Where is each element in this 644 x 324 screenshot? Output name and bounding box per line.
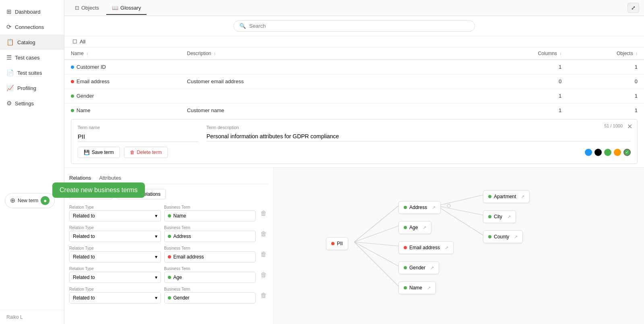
graph-node-age[interactable]: Age ↗ bbox=[398, 221, 431, 234]
node-link-icon[interactable]: ↗ bbox=[432, 205, 436, 210]
color-dot-orange[interactable] bbox=[614, 149, 621, 156]
testcases-icon: ☰ bbox=[6, 54, 12, 61]
relation-row: Relation Type Related to ▾ Business Term… bbox=[69, 267, 268, 283]
save-term-button[interactable]: 💾 Save term bbox=[78, 147, 120, 158]
term-desc-input[interactable] bbox=[206, 131, 631, 141]
delete-relation-button-2[interactable]: 🗑 bbox=[259, 249, 268, 260]
node-link-icon[interactable]: ↗ bbox=[423, 225, 426, 230]
delete-relation-button-0[interactable]: 🗑 bbox=[259, 208, 268, 219]
search-input[interactable] bbox=[249, 23, 469, 29]
relation-row: Relation Type Related to ▾ Business Term… bbox=[69, 287, 268, 303]
relation-term-value-0: Name bbox=[164, 210, 256, 221]
svg-line-1 bbox=[354, 226, 398, 242]
node-link-icon[interactable]: ↗ bbox=[521, 194, 524, 199]
relation-term-value-3: Age bbox=[164, 272, 256, 283]
new-term-button[interactable]: ⊕ New term ● bbox=[5, 193, 55, 208]
objects-tab-icon: ⊡ bbox=[75, 5, 79, 11]
relation-type-select-0[interactable]: Related to ▾ bbox=[69, 210, 161, 221]
relation-rows: Relation Type Related to ▾ Business Term… bbox=[69, 205, 268, 303]
relation-row: Relation Type Related to ▾ Business Term… bbox=[69, 226, 268, 242]
all-filter[interactable]: ☐ All bbox=[64, 36, 644, 47]
sidebar-item-catalog[interactable]: 📋 Catalog bbox=[0, 35, 64, 50]
tab-glossary[interactable]: 📖 Glossary bbox=[106, 2, 147, 15]
relation-type-select-3[interactable]: Related to ▾ bbox=[69, 272, 161, 283]
relation-type-field: Relation Type Related to ▾ bbox=[69, 226, 161, 242]
relation-term-field: Business Term Email address bbox=[164, 246, 256, 262]
graph-node-address[interactable]: Address ↗ bbox=[398, 201, 441, 214]
save-relations-button[interactable]: 💾 Save relations bbox=[117, 189, 166, 199]
delete-relation-button-3[interactable]: 🗑 bbox=[259, 270, 268, 280]
graph-node-pii[interactable]: PII bbox=[326, 237, 348, 250]
glossary-table: Name ↕ Description ↕ Columns ↕ Objects ↕… bbox=[64, 47, 644, 116]
relation-type-select-4[interactable]: Related to ▾ bbox=[69, 292, 161, 303]
col-objects: Objects ↕ bbox=[568, 47, 644, 60]
relation-term-value-4: Gender bbox=[164, 292, 256, 303]
relation-term-value-2: Email address bbox=[164, 251, 256, 262]
graph-node-name[interactable]: Name ↗ bbox=[398, 281, 436, 294]
relations-left: Relations Attributes ⊕ New relation 💾 Sa… bbox=[64, 168, 274, 324]
row-name: Email address bbox=[64, 74, 181, 89]
graph-node-gender[interactable]: Gender ↗ bbox=[398, 261, 439, 274]
tab-objects[interactable]: ⊡ Objects bbox=[69, 2, 105, 15]
delete-term-button[interactable]: 🗑 Delete term bbox=[124, 147, 168, 158]
graph-node-county[interactable]: County ↗ bbox=[483, 230, 523, 243]
tab-attributes[interactable]: Attributes bbox=[99, 172, 121, 184]
node-link-icon[interactable]: ↗ bbox=[514, 234, 518, 240]
term-desc-field: Term description bbox=[206, 125, 631, 142]
edit-fields: Term name Term description bbox=[78, 125, 631, 142]
relation-type-select-1[interactable]: Related to ▾ bbox=[69, 231, 161, 242]
dashboard-icon: ⊞ bbox=[6, 8, 12, 15]
relation-term-field: Business Term Age bbox=[164, 267, 256, 283]
graph-area: PII Address ↗ Age ↗ Email address ↗ Gend… bbox=[274, 168, 644, 324]
delete-relation-button-1[interactable]: 🗑 bbox=[259, 229, 268, 239]
row-objects: 0 bbox=[568, 74, 644, 89]
sidebar-item-testcases[interactable]: ☰ Test cases bbox=[0, 50, 64, 65]
connections-icon: ⟳ bbox=[6, 23, 12, 31]
sidebar-item-connections[interactable]: ⟳ Connections bbox=[0, 19, 64, 35]
char-counter: 51 / 1000 bbox=[604, 123, 623, 128]
table-row[interactable]: Email address Customer email address 0 0 bbox=[64, 74, 644, 89]
color-dot-green[interactable] bbox=[604, 149, 611, 156]
row-objects: 1 bbox=[568, 103, 644, 116]
sidebar-item-profiling[interactable]: 📈 Profiling bbox=[0, 80, 64, 96]
close-edit-button[interactable]: ✕ bbox=[627, 123, 632, 130]
color-dot-green-selected[interactable]: ✓ bbox=[623, 149, 631, 156]
table-row[interactable]: Gender 1 1 bbox=[64, 89, 644, 103]
col-name: Name ↕ bbox=[64, 47, 181, 60]
sidebar-item-testsuites[interactable]: 📄 Test suites bbox=[0, 65, 64, 80]
col-description: Description ↕ bbox=[181, 47, 486, 60]
data-table: Name ↕ Description ↕ Columns ↕ Objects ↕… bbox=[64, 47, 644, 116]
save-icon: 💾 bbox=[84, 150, 90, 155]
relation-row: Relation Type Related to ▾ Business Term… bbox=[69, 205, 268, 221]
node-link-icon[interactable]: ↗ bbox=[427, 285, 431, 291]
relation-term-value-1: Address bbox=[164, 231, 256, 242]
relation-type-select-2[interactable]: Related to ▾ bbox=[69, 251, 161, 262]
color-dot-black[interactable] bbox=[594, 149, 602, 156]
color-dot-blue[interactable] bbox=[585, 149, 592, 156]
node-link-icon[interactable]: ↗ bbox=[507, 214, 511, 219]
new-relation-button[interactable]: ⊕ New relation bbox=[69, 189, 113, 199]
table-row[interactable]: Name Customer name 1 1 bbox=[64, 103, 644, 116]
term-name-input[interactable] bbox=[78, 131, 198, 142]
tab-relations[interactable]: Relations bbox=[69, 172, 91, 184]
expand-button[interactable]: ⤢ bbox=[627, 3, 639, 13]
sidebar-item-dashboard[interactable]: ⊞ Dashboard bbox=[0, 4, 64, 19]
svg-point-8 bbox=[447, 204, 450, 207]
row-name: Name bbox=[64, 103, 181, 116]
graph-node-apartment[interactable]: Apartment ↗ bbox=[483, 190, 530, 203]
row-columns: 1 bbox=[486, 60, 568, 74]
sidebar-item-settings[interactable]: ⚙ Settings bbox=[0, 96, 64, 111]
table-row[interactable]: Customer ID 1 1 bbox=[64, 60, 644, 74]
row-name: Customer ID bbox=[64, 60, 181, 74]
graph-node-email-address[interactable]: Email address ↗ bbox=[398, 241, 454, 254]
row-columns: 0 bbox=[486, 74, 568, 89]
node-link-icon[interactable]: ↗ bbox=[430, 265, 434, 271]
node-link-icon[interactable]: ↗ bbox=[445, 245, 448, 250]
relation-type-field: Relation Type Related to ▾ bbox=[69, 287, 161, 303]
delete-relation-button-4[interactable]: 🗑 bbox=[259, 290, 268, 301]
relation-term-field: Business Term Address bbox=[164, 226, 256, 242]
term-name-field: Term name bbox=[78, 125, 198, 142]
delete-icon: 🗑 bbox=[130, 150, 135, 155]
graph-node-city[interactable]: City ↗ bbox=[483, 210, 516, 223]
svg-line-0 bbox=[354, 206, 398, 242]
